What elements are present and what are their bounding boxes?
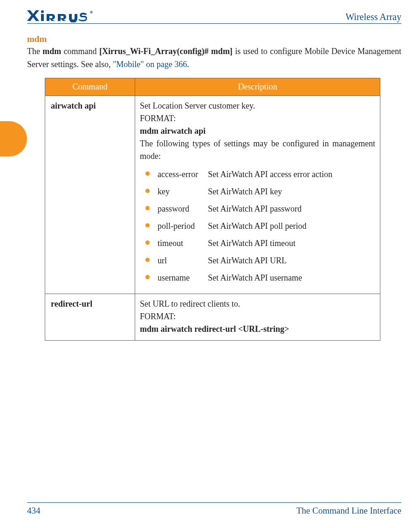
- setting-term: key: [158, 185, 208, 198]
- setting-def: Set AirWatch API access error action: [208, 168, 375, 181]
- intro-text: The: [27, 47, 42, 56]
- setting-term: url: [158, 254, 208, 267]
- setting-term: access-error: [158, 168, 208, 181]
- intro-cmd: mdm: [42, 47, 61, 56]
- page-number: 434: [27, 506, 41, 516]
- settings-list: access-errorSet AirWatch API access erro…: [145, 168, 375, 284]
- list-item: poll-periodSet AirWatch API poll period: [145, 220, 375, 233]
- page-header: R Wireless Array: [27, 9, 401, 24]
- setting-def: Set AirWatch API timeout: [208, 237, 375, 250]
- list-item: access-errorSet AirWatch API access erro…: [145, 168, 375, 181]
- after-format-text: The following types of settings may be c…: [140, 139, 375, 161]
- table-row: redirect-url Set URL to redirect clients…: [45, 294, 380, 340]
- format-label: FORMAT:: [140, 114, 176, 123]
- list-item: passwordSet AirWatch API password: [145, 203, 375, 215]
- setting-term: timeout: [158, 237, 208, 250]
- command-table: Command Description airwatch api Set Loc…: [45, 78, 380, 341]
- intro-text: .: [187, 60, 189, 69]
- svg-rect-2: [41, 14, 44, 21]
- svg-point-1: [41, 10, 44, 13]
- list-item: urlSet AirWatch API URL: [145, 254, 375, 267]
- setting-def: Set AirWatch API key: [208, 185, 375, 198]
- list-item: usernameSet AirWatch API username: [145, 272, 375, 284]
- footer-section-title: The Command Line Interface: [296, 506, 401, 516]
- page-footer: 434 The Command Line Interface: [27, 502, 401, 516]
- xirrus-logo-icon: R: [27, 9, 102, 22]
- section-heading: mdm: [27, 34, 401, 44]
- intro-paragraph: The mdm command [Xirrus_Wi-Fi_Array(conf…: [27, 45, 401, 71]
- setting-def: Set AirWatch API username: [208, 272, 375, 284]
- svg-marker-0: [27, 10, 39, 21]
- logo: R: [27, 9, 102, 22]
- table-header-row: Command Description: [45, 78, 380, 96]
- col-header-command: Command: [45, 78, 135, 96]
- doc-title: Wireless Array: [345, 12, 401, 22]
- format-label: FORMAT:: [140, 312, 176, 321]
- setting-def: Set AirWatch API password: [208, 203, 375, 215]
- desc-line: Set Location Server customer key.: [140, 101, 255, 110]
- intro-prompt: [Xirrus_Wi-Fi_Array(config)# mdm]: [99, 47, 233, 56]
- setting-term: poll-period: [158, 220, 208, 233]
- list-item: timeoutSet AirWatch API timeout: [145, 237, 375, 250]
- cross-ref-link[interactable]: "Mobile" on page 366: [113, 60, 187, 69]
- setting-def: Set AirWatch API poll period: [208, 220, 375, 233]
- setting-def: Set AirWatch API URL: [208, 254, 375, 267]
- setting-term: username: [158, 272, 208, 284]
- setting-term: password: [158, 203, 208, 215]
- desc-line: Set URL to redirect clients to.: [140, 299, 240, 309]
- format-command: mdm airwatch api: [140, 126, 206, 136]
- intro-text: command: [61, 47, 99, 56]
- table-row: airwatch api Set Location Server custome…: [45, 96, 380, 294]
- cmd-cell: airwatch api: [45, 96, 135, 294]
- desc-cell: Set Location Server customer key. FORMAT…: [135, 96, 380, 294]
- col-header-description: Description: [135, 78, 380, 96]
- side-tab: [0, 121, 27, 157]
- desc-cell: Set URL to redirect clients to. FORMAT: …: [135, 294, 380, 340]
- list-item: keySet AirWatch API key: [145, 185, 375, 198]
- format-command: mdm airwatch redirect-url <URL-string>: [140, 324, 289, 334]
- cmd-cell: redirect-url: [45, 294, 135, 340]
